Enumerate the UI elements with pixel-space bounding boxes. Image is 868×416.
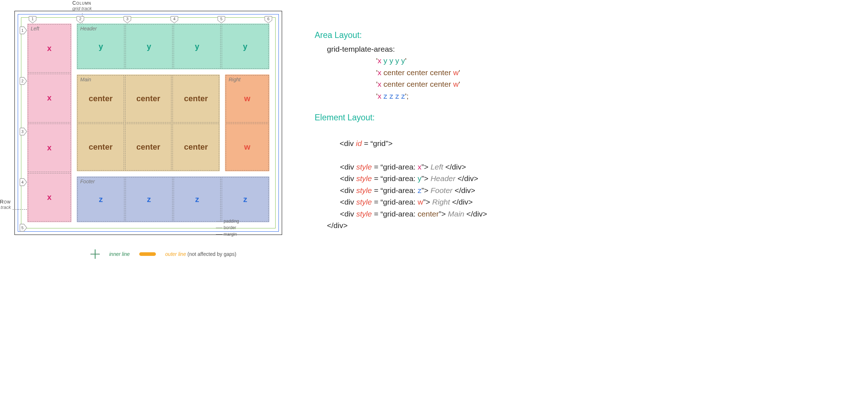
- code-child-line: <div style = “grid-area: x”> Left </div>: [340, 161, 487, 173]
- col-line-marker: 5: [217, 16, 225, 23]
- legend: inner line outer line (not affected by g…: [90, 249, 297, 259]
- cell-token: y: [77, 24, 124, 69]
- code-child-line: <div style = “grid-area: y”> Header </di…: [340, 173, 487, 185]
- border-box: Left x x x x Header y: [18, 14, 279, 232]
- cell-token: y: [222, 24, 269, 69]
- gta-row: 'x center center center w': [376, 67, 487, 79]
- cell-token: x: [28, 173, 71, 222]
- row-track-label: Row grid track: [0, 199, 11, 210]
- cell-token: z: [77, 177, 124, 222]
- gta-row: 'x y y y y': [376, 55, 487, 67]
- gta-row: 'x z z z z';: [376, 90, 487, 102]
- row-line-marker: 2: [19, 77, 27, 85]
- row-line-marker: 3: [19, 128, 27, 136]
- cell-token: z: [222, 177, 269, 222]
- code-container-open: <div id = “grid”>: [327, 126, 487, 161]
- code-panel: Area Layout: grid-template-areas: 'x y y…: [315, 11, 487, 232]
- col-line-marker: 6: [264, 16, 272, 23]
- row-line-marker: 5: [19, 224, 27, 232]
- cell-token: x: [28, 24, 71, 73]
- col-line-marker: 2: [76, 16, 84, 23]
- row-line-marker: 1: [19, 26, 27, 34]
- cell-token: z: [174, 177, 221, 222]
- cell-token: center: [125, 124, 172, 171]
- gta-property: grid-template-areas:: [327, 43, 487, 55]
- code-child-line: <div style = “grid-area: w”> Right </div…: [340, 196, 487, 208]
- element-layout-heading: Element Layout:: [315, 111, 487, 124]
- area-right: Right w w: [225, 74, 269, 171]
- legend-outer-label: outer line: [165, 251, 186, 257]
- col-line-marker: 4: [170, 16, 178, 23]
- legend-inner-label: inner line: [109, 251, 130, 257]
- cell-token: center: [125, 75, 172, 123]
- gta-row: 'x center center center w': [376, 78, 487, 90]
- cell-token: center: [173, 75, 219, 123]
- cell-token: w: [226, 75, 269, 123]
- area-footer: Footer z z z z: [77, 176, 269, 222]
- cell-token: center: [173, 124, 219, 171]
- code-child-line: <div style = “grid-area: z”> Footer </di…: [340, 185, 487, 197]
- grid-container: Left x x x x Header y: [27, 23, 269, 222]
- outer-line-icon: [139, 252, 156, 256]
- cell-token: z: [125, 177, 173, 222]
- col-line-marker: 3: [123, 16, 131, 23]
- row-line-marker: 4: [19, 178, 27, 186]
- area-layout-heading: Area Layout:: [315, 29, 487, 42]
- inner-line-icon: [90, 249, 100, 259]
- cell-token: y: [125, 24, 173, 69]
- padding-box: Left x x x x Header y: [21, 17, 276, 228]
- gta-rows: 'x y y y y''x center center center w''x …: [376, 55, 487, 102]
- code-children: <div style = “grid-area: x”> Left </div>…: [315, 161, 487, 220]
- col-line-marker: 1: [29, 16, 37, 23]
- code-container-close: </div>: [327, 220, 487, 232]
- grid-diagram: Column grid track Row grid track 123456 …: [14, 11, 297, 259]
- area-main: Main center center center center center …: [77, 74, 220, 171]
- code-child-line: <div style = “grid-area: center”> Main <…: [340, 208, 487, 220]
- cell-token: center: [77, 75, 124, 123]
- cell-token: center: [77, 124, 124, 171]
- box-model-callouts: padding border margin: [216, 218, 239, 237]
- cell-token: w: [226, 124, 269, 171]
- cell-token: x: [28, 124, 71, 172]
- column-track-label: Column grid track: [72, 0, 92, 11]
- area-header: Header y y y y: [77, 23, 269, 69]
- legend-outer-note: (not affected by gaps): [187, 251, 236, 257]
- area-left: Left x x x x: [27, 23, 72, 222]
- margin-box: 123456 12345 Left x x x x: [14, 11, 282, 235]
- cell-token: y: [174, 24, 221, 69]
- cell-token: x: [28, 74, 71, 122]
